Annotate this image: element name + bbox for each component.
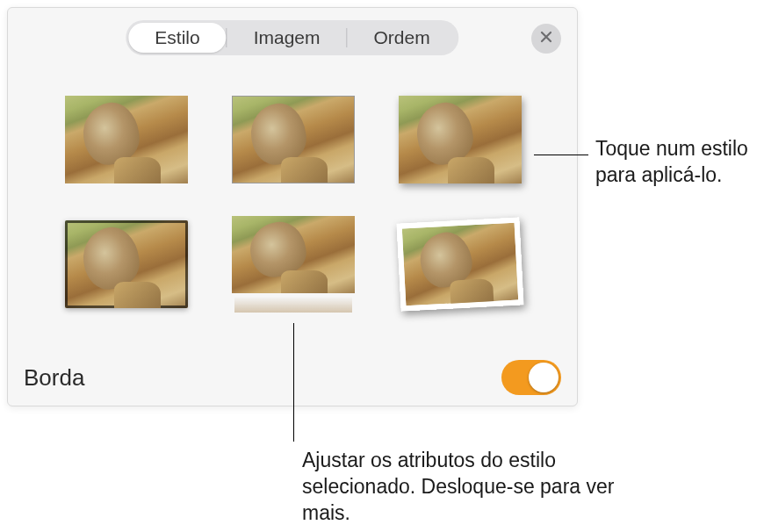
style-option-shadow[interactable] (394, 91, 526, 188)
toggle-knob (529, 363, 559, 392)
format-panel: Estilo Imagem Ordem Borda (7, 7, 578, 406)
callout-leader (293, 323, 294, 442)
callout-adjust-attributes: Ajustar os atributos do estilo seleciona… (302, 448, 618, 527)
style-option-thin-border[interactable] (227, 91, 359, 188)
thumb-image (232, 96, 355, 183)
callout-leader (534, 155, 588, 155)
borda-toggle[interactable] (501, 360, 561, 395)
tab-image[interactable]: Imagem (227, 23, 347, 53)
thumb-image (396, 217, 523, 311)
borda-row: Borda (24, 360, 561, 395)
style-option-polaroid[interactable] (394, 216, 526, 313)
segmented-control: Estilo Imagem Ordem (126, 20, 458, 55)
thumb-image (65, 96, 188, 183)
style-option-reflection[interactable] (227, 216, 359, 313)
callout-tap-style: Toque num estilo para aplicá-lo. (595, 136, 758, 189)
close-icon (540, 31, 552, 47)
thumb-image (232, 216, 355, 293)
style-option-dark-frame[interactable] (61, 216, 192, 313)
tab-order[interactable]: Ordem (348, 23, 457, 53)
borda-label: Borda (24, 364, 84, 392)
thumb-image (399, 96, 522, 183)
tab-style[interactable]: Estilo (128, 23, 226, 53)
style-grid (61, 91, 524, 313)
style-option-none[interactable] (61, 91, 192, 188)
close-button[interactable] (531, 24, 561, 54)
thumb-image (65, 220, 188, 308)
